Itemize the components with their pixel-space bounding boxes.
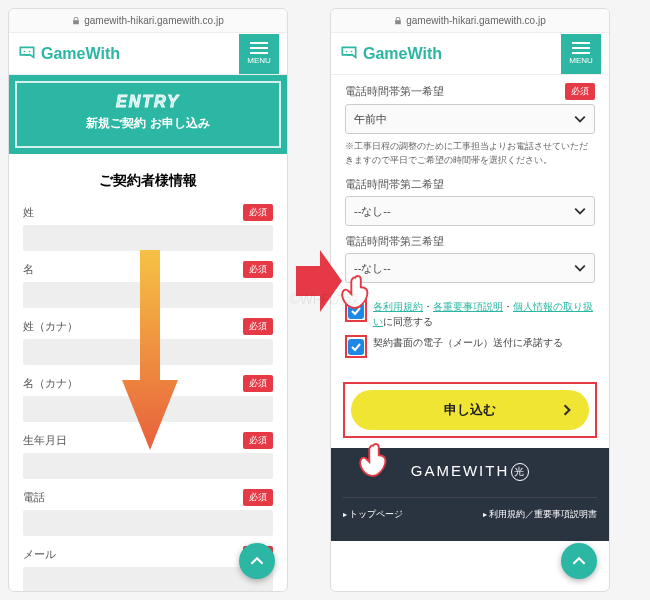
field-5: 電話必須 [23,489,273,536]
url-text: gamewith-hikari.gamewith.co.jp [406,15,546,26]
submit-button[interactable]: 申し込む [351,390,589,430]
field-2: 姓（カナ）必須 [23,318,273,365]
footer-link-terms[interactable]: 利用規約／重要事項説明書 [483,508,597,521]
hamburger-icon [250,42,268,54]
menu-label: MENU [247,56,271,65]
slot2-label: 電話時間帯第二希望 [345,177,444,192]
chevron-up-icon [572,554,586,568]
slot1-select[interactable]: 午前中 [345,104,595,134]
svg-point-3 [351,50,353,52]
footer-logo: GAMEWITH光 [343,462,597,481]
field-1: 名必須 [23,261,273,308]
logo-text: GameWith [41,45,120,63]
footer-link-top[interactable]: トップページ [343,508,403,521]
field-label: 電話 [23,490,45,505]
slot2-value: --なし-- [354,204,391,219]
screenshot-right: gamewith-hikari.gamewith.co.jp GameWith … [330,8,610,592]
entry-title: ENTRY [23,93,273,111]
scroll-top-button[interactable] [561,543,597,579]
field-input[interactable] [23,282,273,308]
field-input[interactable] [23,225,273,251]
svg-point-1 [29,50,31,52]
important-link[interactable]: 各重要事項説明 [433,301,503,312]
logo-icon [17,44,37,64]
chevron-up-icon [250,554,264,568]
field-6: メール必須 [23,546,273,591]
required-badge: 必須 [243,318,273,335]
menu-button[interactable]: MENU [561,34,601,74]
chevron-right-icon [561,404,573,416]
slot3-select[interactable]: --なし-- [345,253,595,283]
field-label: 名 [23,262,34,277]
entry-subtitle: 新規ご契約 お申し込み [23,115,273,132]
screenshot-left: gamewith-hikari.gamewith.co.jp GameWith … [8,8,288,592]
submit-highlight: 申し込む [343,382,597,438]
menu-label: MENU [569,56,593,65]
chevron-down-icon [574,205,586,217]
agree-terms-checkbox[interactable] [348,303,364,319]
svg-point-2 [346,50,348,52]
field-input[interactable] [23,510,273,536]
hamburger-icon [572,42,590,54]
logo-text: GameWith [363,45,442,63]
slot-note: ※工事日程の調整のために工事担当よりお電話させていただきますので平日でご希望の時… [345,140,595,167]
field-label: 生年月日 [23,433,67,448]
url-bar: gamewith-hikari.gamewith.co.jp [9,9,287,33]
field-input[interactable] [23,339,273,365]
logo[interactable]: GameWith [339,44,442,64]
page-body-right: 電話時間帯第一希望 必須 午前中 ※工事日程の調整のために工事担当よりお電話させ… [331,75,609,591]
slot1-label: 電話時間帯第一希望 [345,84,444,99]
logo[interactable]: GameWith [17,44,120,64]
slot2-select[interactable]: --なし-- [345,196,595,226]
chevron-down-icon [574,113,586,125]
slot1-value: 午前中 [354,112,387,127]
field-4: 生年月日必須 [23,432,273,479]
slot3-value: --なし-- [354,261,391,276]
header: GameWith MENU [9,33,287,75]
field-3: 名（カナ）必須 [23,375,273,422]
required-badge: 必須 [243,489,273,506]
header: GameWith MENU [331,33,609,75]
page-body-left: ENTRY 新規ご契約 お申し込み ご契約者様情報 姓必須名必須姓（カナ）必須名… [9,75,287,591]
field-input[interactable] [23,453,273,479]
chevron-down-icon [574,262,586,274]
required-badge: 必須 [243,204,273,221]
lock-icon [394,17,402,25]
field-label: 姓 [23,205,34,220]
agree-edoc-text: 契約書面の電子（メール）送付に承諾する [373,335,563,350]
footer: GAMEWITH光 トップページ 利用規約／重要事項説明書 [331,448,609,541]
lock-icon [72,17,80,25]
submit-label: 申し込む [444,401,496,419]
required-badge: 必須 [243,375,273,392]
terms-link[interactable]: 各利用規約 [373,301,423,312]
svg-point-0 [24,50,26,52]
agree-terms-text: 各利用規約・各重要事項説明・個人情報の取り扱いに同意する [373,299,595,329]
entry-banner: ENTRY 新規ご契約 お申し込み [9,75,287,154]
required-badge: 必須 [565,83,595,100]
field-input[interactable] [23,396,273,422]
check-icon [351,306,361,316]
slot3-label: 電話時間帯第三希望 [345,234,444,249]
url-text: gamewith-hikari.gamewith.co.jp [84,15,224,26]
field-label: 名（カナ） [23,376,78,391]
field-0: 姓必須 [23,204,273,251]
field-input[interactable] [23,567,273,591]
agree-edoc-row: 契約書面の電子（メール）送付に承諾する [345,335,595,358]
agree-terms-row: 各利用規約・各重要事項説明・個人情報の取り扱いに同意する [345,299,595,329]
menu-button[interactable]: MENU [239,34,279,74]
form-section-title: ご契約者様情報 [23,172,273,190]
field-label: メール [23,547,56,562]
field-label: 姓（カナ） [23,319,78,334]
scroll-top-button[interactable] [239,543,275,579]
footer-logo-badge: 光 [511,463,529,481]
required-badge: 必須 [243,261,273,278]
agree-edoc-checkbox[interactable] [348,339,364,355]
check-icon [351,342,361,352]
logo-icon [339,44,359,64]
url-bar: gamewith-hikari.gamewith.co.jp [331,9,609,33]
required-badge: 必須 [243,432,273,449]
